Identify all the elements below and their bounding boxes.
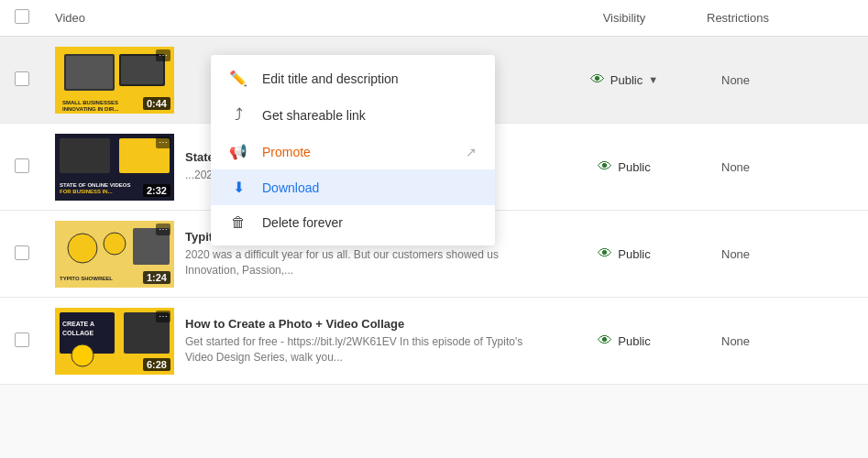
context-menu: ✏️ Edit title and description ⤴ Get shar… <box>211 55 495 245</box>
menu-item-delete[interactable]: 🗑 Delete forever <box>211 205 495 240</box>
thumbnail-options[interactable]: ⋯ <box>156 311 170 322</box>
eye-icon: 👁 <box>598 245 612 262</box>
col-restrictions-header: Restrictions <box>707 11 853 25</box>
row1-visibility: 👁 Public ▼ <box>542 71 707 88</box>
menu-item-share[interactable]: ⤴ Get shareable link <box>211 96 495 134</box>
col-video-header: Video <box>55 11 542 25</box>
row4-restrictions: None <box>707 334 853 348</box>
visibility-label: Public <box>618 160 650 174</box>
svg-rect-8 <box>60 138 110 173</box>
svg-point-14 <box>104 233 126 255</box>
row1-restrictions: None <box>707 73 853 87</box>
row4-checkbox[interactable] <box>15 333 29 347</box>
svg-text:FOR BUSINESS IN...: FOR BUSINESS IN... <box>60 189 113 194</box>
svg-rect-2 <box>66 56 113 89</box>
svg-text:CREATE A: CREATE A <box>62 321 94 327</box>
svg-text:TYPITO SHOWREEL: TYPITO SHOWREEL <box>60 276 113 281</box>
eye-icon: 👁 <box>590 71 605 88</box>
menu-edit-label: Edit title and description <box>262 71 477 86</box>
table-row: SMALL BUSINESSES INNOVATING IN DIR... ⋯ … <box>0 37 868 124</box>
row1-checkbox[interactable] <box>15 71 29 86</box>
header-checkbox[interactable] <box>15 9 29 24</box>
col-visibility-header: Visibility <box>542 11 707 25</box>
svg-point-13 <box>68 234 97 263</box>
svg-text:STATE OF ONLINE VIDEOS: STATE OF ONLINE VIDEOS <box>60 182 130 188</box>
video-title: How to Create a Photo + Video Collage <box>185 317 542 331</box>
menu-delete-label: Delete forever <box>262 215 477 230</box>
svg-text:COLLAGE: COLLAGE <box>62 330 94 336</box>
svg-text:INNOVATING IN DIR...: INNOVATING IN DIR... <box>62 106 119 112</box>
row3-restrictions: None <box>707 247 853 261</box>
row4-info: How to Create a Photo + Video Collage Ge… <box>185 317 542 365</box>
download-icon: ⬇ <box>229 179 247 196</box>
share-icon: ⤴ <box>229 105 247 125</box>
row2-visibility: 👁 Public <box>542 158 707 175</box>
svg-text:SMALL BUSINESSES: SMALL BUSINESSES <box>62 100 118 105</box>
visibility-dropdown[interactable]: ▼ <box>648 74 658 85</box>
menu-item-edit[interactable]: ✏️ Edit title and description <box>211 60 495 96</box>
thumbnail-options[interactable]: ⋯ <box>156 49 170 61</box>
visibility-label: Public <box>610 73 643 87</box>
row3-thumbnail: TYPITO SHOWREEL ⋯ 1:24 <box>55 221 174 288</box>
duration-badge: 1:24 <box>143 271 170 284</box>
eye-icon: 👁 <box>598 158 612 175</box>
duration-badge: 2:32 <box>143 184 170 197</box>
menu-download-label: Download <box>262 180 477 195</box>
row2-checkbox[interactable] <box>15 158 29 173</box>
promote-icon: 📢 <box>229 143 247 160</box>
row1-thumbnail: SMALL BUSINESSES INNOVATING IN DIR... ⋯ … <box>55 47 174 114</box>
video-desc: 2020 was a difficult year for us all. Bu… <box>185 247 542 278</box>
thumbnail-options[interactable]: ⋯ <box>156 136 170 148</box>
duration-badge: 0:44 <box>143 97 170 110</box>
table-header: Video Visibility Restrictions <box>0 0 868 37</box>
edit-icon: ✏️ <box>229 70 247 87</box>
thumbnail-options[interactable]: ⋯ <box>156 224 170 235</box>
row3-checkbox[interactable] <box>15 245 29 260</box>
visibility-label: Public <box>618 334 650 348</box>
row3-visibility: 👁 Public <box>542 245 707 262</box>
external-icon: ↗ <box>466 145 477 159</box>
table-row: CREATE A COLLAGE ⋯ 6:28 How to Create a … <box>0 298 868 385</box>
row4-visibility: 👁 Public <box>542 333 707 349</box>
menu-item-promote[interactable]: 📢 Promote ↗ <box>211 134 495 169</box>
video-desc: Get started for free - https://bit.ly/2W… <box>185 334 542 365</box>
eye-icon: 👁 <box>598 333 612 349</box>
menu-share-label: Get shareable link <box>262 108 477 123</box>
menu-promote-label: Promote <box>262 145 451 159</box>
svg-point-21 <box>71 344 93 366</box>
row4-thumbnail: CREATE A COLLAGE ⋯ 6:28 <box>55 308 174 375</box>
visibility-label: Public <box>618 247 650 261</box>
delete-icon: 🗑 <box>229 214 247 231</box>
row2-restrictions: None <box>707 160 853 174</box>
duration-badge: 6:28 <box>143 358 170 371</box>
row2-thumbnail: STATE OF ONLINE VIDEOS FOR BUSINESS IN..… <box>55 134 174 201</box>
menu-item-download[interactable]: ⬇ Download <box>211 169 495 205</box>
